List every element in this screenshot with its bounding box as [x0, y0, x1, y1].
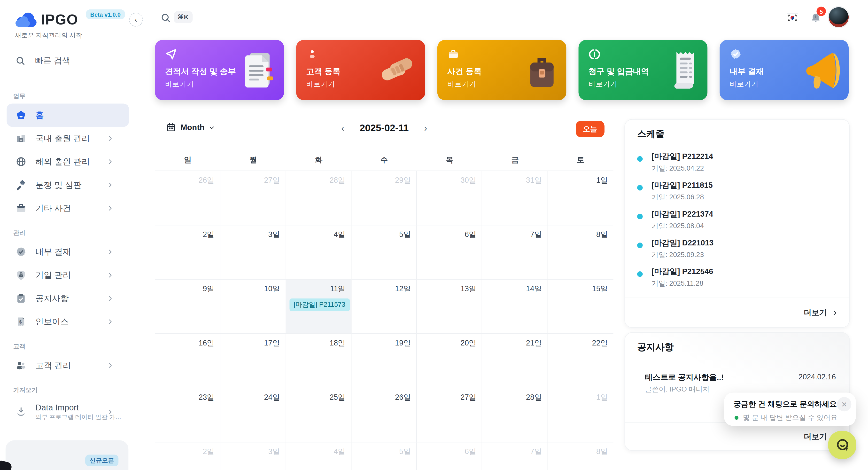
search-shortcut-chip[interactable]: ⌘K — [174, 11, 192, 23]
calendar-day-cell[interactable]: 2일 — [155, 442, 220, 470]
calendar-day-cell[interactable]: 31일 — [483, 171, 548, 225]
schedule-item-due: 기일: 2025.04.22 — [651, 164, 849, 173]
chat-tooltip-title: 궁금한 건 채팅으로 문의하세요 — [734, 399, 837, 409]
sidebar-item-docket[interactable]: 기일 관리 — [6, 264, 129, 287]
calendar-day-cell[interactable]: 13일 — [417, 280, 482, 334]
sidebar-item-internal-approval[interactable]: 내부 결재 — [6, 240, 129, 264]
schedule-item-due: 기일: 2025.11.28 — [651, 279, 849, 289]
calendar-day-cell[interactable]: 3일 — [220, 442, 286, 470]
calendar-day-cell[interactable]: 28일 — [286, 171, 351, 225]
schedule-item[interactable]: [마감일] P221374기일: 2025.08.04 — [625, 207, 849, 236]
calendar-event-chip[interactable]: [마감일] P211573 — [289, 298, 350, 311]
close-icon[interactable]: ✕ — [837, 397, 851, 411]
day-number: 8일 — [596, 447, 608, 457]
calendar-day-cell[interactable]: 19일 — [351, 334, 417, 388]
calendar-day-cell[interactable]: 11일[마감일] P211573 — [286, 280, 351, 334]
calendar-day-cell[interactable]: 14일 — [483, 280, 548, 334]
day-number: 7일 — [530, 230, 542, 240]
chat-tooltip: 궁금한 건 채팅으로 문의하세요 ✕ 몇 분 내 답변 받으실 수 있어요 — [724, 393, 856, 426]
korea-flag-icon[interactable] — [786, 13, 798, 22]
calendar-day-cell[interactable]: 5일 — [351, 442, 417, 470]
calendar-day-cell[interactable]: 15일 — [548, 280, 613, 334]
notice-item-title[interactable]: 테스트로 공지사항을..! — [645, 373, 724, 383]
calendar-prev-button[interactable]: ‹ — [339, 123, 346, 133]
sidebar-item-invoice[interactable]: $인보이스 — [6, 310, 129, 333]
quick-action-billing[interactable]: 청구 및 입금내역바로가기 — [579, 40, 708, 100]
calendar-day-cell[interactable]: 16일 — [155, 334, 220, 388]
calendar-weekday-row: 일월화수목금토 — [155, 149, 614, 171]
briefcase-icon — [447, 48, 459, 60]
schedule-item[interactable]: [마감일] P211815기일: 2025.06.28 — [625, 178, 849, 207]
quick-action-cta: 바로가기 — [589, 79, 617, 89]
sidebar-item-clients[interactable]: 고객 관리 — [6, 354, 129, 377]
brand-logo[interactable]: IPGO — [14, 11, 78, 28]
today-button[interactable]: 오늘 — [576, 121, 604, 137]
schedule-more-link[interactable]: 더보기 — [804, 308, 838, 318]
calendar-next-button[interactable]: › — [422, 123, 429, 133]
chat-launcher-button[interactable] — [828, 431, 857, 459]
calendar-day-cell[interactable]: 24일 — [220, 388, 286, 442]
day-number: 2일 — [203, 447, 214, 457]
calendar-day-cell[interactable]: 30일 — [417, 171, 482, 225]
sidebar-item-disputes[interactable]: 분쟁 및 심판 — [6, 173, 129, 197]
day-number: 23일 — [198, 393, 214, 403]
calendar-day-cell[interactable]: 5일 — [351, 225, 417, 280]
user-avatar[interactable] — [829, 7, 848, 27]
sidebar-item-notices[interactable]: 공지사항 — [6, 287, 129, 310]
calendar-day-cell[interactable]: 9일 — [155, 280, 220, 334]
calendar-day-cell[interactable]: 2일 — [155, 225, 220, 280]
calendar-day-cell[interactable]: 4일 — [286, 442, 351, 470]
calendar-day-cell[interactable]: 10일 — [220, 280, 286, 334]
calendar-day-cell[interactable]: 6일 — [417, 442, 482, 470]
calendar-day-cell[interactable]: 8일 — [548, 442, 613, 470]
search-icon[interactable] — [161, 13, 171, 23]
schedule-dot — [637, 185, 643, 190]
quick-search-label: 빠른 검색 — [35, 56, 70, 66]
weekday-label: 일 — [155, 149, 220, 171]
calendar-day-cell[interactable]: 26일 — [155, 171, 220, 225]
calendar-day-cell[interactable]: 8일 — [548, 225, 613, 280]
receipt3d-illustration — [671, 49, 700, 92]
quick-action-internal-approval[interactable]: 내부 결재바로가기 — [719, 40, 848, 100]
calendar-day-cell[interactable]: 4일 — [286, 225, 351, 280]
calendar-day-cell[interactable]: 1일 — [548, 388, 613, 442]
schedule-item[interactable]: [마감일] P212546기일: 2025.11.28 — [625, 265, 849, 294]
day-number: 2일 — [203, 230, 214, 240]
quick-action-label: 내부 결재 — [730, 66, 764, 77]
quick-action-client-register[interactable]: 고객 등록바로가기 — [296, 40, 425, 100]
calendar-day-cell[interactable]: 21일 — [483, 334, 548, 388]
sidebar-item-data-import[interactable]: Data Import외부 프로그램 데이터 일괄 가… — [6, 398, 129, 427]
sidebar-item-overseas-filings[interactable]: 해외 출원 관리 — [6, 150, 129, 173]
calendar-day-cell[interactable]: 17일 — [220, 334, 286, 388]
calendar-day-cell[interactable]: 26일 — [351, 388, 417, 442]
calendar-day-cell[interactable]: 3일 — [220, 225, 286, 280]
calendar-day-cell[interactable]: 23일 — [155, 388, 220, 442]
calendar-day-cell[interactable]: 18일 — [286, 334, 351, 388]
quick-action-quote[interactable]: 견적서 작성 및 송부바로가기 — [155, 40, 284, 100]
schedule-item-title: [마감일] D221013 — [651, 236, 849, 248]
schedule-item[interactable]: [마감일] D221013기일: 2025.09.23 — [625, 236, 849, 265]
schedule-item[interactable]: [마감일] P212214기일: 2025.04.22 — [625, 149, 849, 178]
day-number: 26일 — [395, 393, 411, 403]
sidebar-collapse-button[interactable]: ‹ — [129, 13, 143, 27]
calendar-day-cell[interactable]: 27일 — [417, 388, 482, 442]
calendar-day-cell[interactable]: 12일 — [351, 280, 417, 334]
calendar-day-cell[interactable]: 1일 — [548, 171, 613, 225]
sidebar-item-other-cases[interactable]: 기타 사건 — [6, 197, 129, 220]
calendar-day-cell[interactable]: 29일 — [351, 171, 417, 225]
calendar-day-cell[interactable]: 27일 — [220, 171, 286, 225]
receipt-icon: $ — [16, 316, 27, 327]
day-number: 17일 — [264, 339, 280, 348]
quick-search[interactable]: 빠른 검색 — [16, 56, 70, 66]
calendar-day-cell[interactable]: 22일 — [548, 334, 613, 388]
calendar-day-cell[interactable]: 7일 — [483, 442, 548, 470]
promo-card[interactable]: 신규오픈 — [6, 440, 128, 470]
quick-action-case-register[interactable]: 사건 등록바로가기 — [437, 40, 566, 100]
calendar-day-cell[interactable]: 25일 — [286, 388, 351, 442]
calendar-day-cell[interactable]: 20일 — [417, 334, 482, 388]
calendar-day-cell[interactable]: 28일 — [483, 388, 548, 442]
sidebar-item-domestic-filings[interactable]: 국내 출원 관리 — [6, 127, 129, 150]
calendar-day-cell[interactable]: 7일 — [483, 225, 548, 280]
calendar-day-cell[interactable]: 6일 — [417, 225, 482, 280]
sidebar-item-home[interactable]: 홈 — [6, 104, 129, 127]
